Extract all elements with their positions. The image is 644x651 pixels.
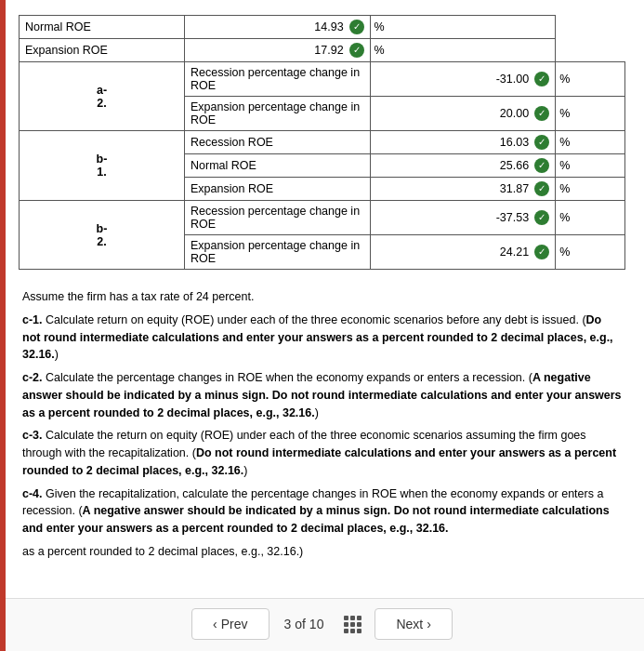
- row-percent-sign: %: [370, 16, 556, 39]
- grid-dot: [357, 616, 361, 620]
- main-content: Normal ROE14.93 ✓%Expansion ROE17.92 ✓%a…: [0, 0, 644, 598]
- of-label: of: [295, 617, 309, 631]
- grid-dot: [350, 622, 355, 627]
- row-group-label: a-2.: [20, 62, 185, 131]
- row-description: Recession percentage change in ROE: [185, 201, 371, 235]
- check-icon: ✓: [534, 106, 549, 121]
- grid-dot: [350, 629, 355, 633]
- grid-dot: [344, 622, 348, 627]
- check-icon: ✓: [534, 72, 549, 86]
- grid-dot: [357, 622, 361, 627]
- row-percent-sign: %: [556, 131, 625, 154]
- instruction-bold: A negative answer should be indicated by…: [22, 504, 610, 535]
- grid-dot: [344, 629, 348, 633]
- check-icon: ✓: [534, 181, 549, 196]
- intro-text: Assume the firm has a tax rate of 24 per…: [22, 288, 622, 306]
- row-value[interactable]: -37.53 ✓: [370, 201, 556, 235]
- row-value[interactable]: 17.92 ✓: [185, 39, 371, 62]
- table-row: b-1.Recession ROE16.03 ✓%: [20, 131, 625, 154]
- row-percent-sign: %: [556, 154, 625, 178]
- row-value[interactable]: 24.21 ✓: [370, 235, 556, 270]
- row-group-label: b-2.: [20, 201, 185, 270]
- grid-dot: [357, 629, 361, 633]
- instruction-item-2: c-2. Calculate the percentage changes in…: [22, 369, 622, 421]
- current-page: 3: [284, 617, 292, 631]
- instruction-bold: A negative answer should be indicated by…: [22, 371, 622, 419]
- table-row: a-2.Recession percentage change in ROE-3…: [20, 62, 625, 97]
- check-icon: ✓: [534, 210, 549, 225]
- instruction-bold: Do not round intermediate calculations a…: [22, 446, 616, 477]
- grid-icon[interactable]: [344, 616, 361, 633]
- check-icon: ✓: [349, 20, 364, 34]
- check-icon: ✓: [534, 158, 549, 173]
- table-row: Expansion ROE17.92 ✓%: [20, 39, 625, 62]
- row-description: Normal ROE: [185, 154, 371, 178]
- instruction-id: c-4.: [22, 487, 43, 500]
- row-description: Expansion ROE: [20, 39, 185, 62]
- row-description: Expansion ROE: [185, 178, 371, 201]
- row-description: Expansion percentage change in ROE: [185, 235, 371, 270]
- red-side-bar: [0, 0, 6, 651]
- table-row: b-2.Recession percentage change in ROE-3…: [20, 201, 625, 235]
- row-value[interactable]: 20.00 ✓: [370, 97, 556, 131]
- instruction-bold: Do not round intermediate calculations a…: [22, 313, 613, 362]
- row-percent-sign: %: [556, 201, 625, 235]
- row-description: Expansion percentage change in ROE: [185, 97, 371, 131]
- instruction-item-3: c-3. Calculate the return on equity (ROE…: [22, 427, 622, 479]
- prev-button[interactable]: ‹ Prev: [191, 608, 269, 640]
- instructions-section: Assume the firm has a tax rate of 24 per…: [19, 288, 625, 561]
- row-percent-sign: %: [556, 62, 625, 97]
- instruction-truncated: as a percent rounded to 2 decimal places…: [22, 543, 622, 561]
- row-percent-sign: %: [556, 178, 625, 201]
- table-row: Normal ROE14.93 ✓%: [20, 16, 625, 39]
- row-description: Normal ROE: [20, 16, 185, 39]
- roe-table: Normal ROE14.93 ✓%Expansion ROE17.92 ✓%a…: [19, 15, 625, 270]
- row-percent-sign: %: [556, 97, 625, 131]
- row-description: Recession percentage change in ROE: [185, 62, 371, 97]
- instruction-item-1: c-1. Calculate return on equity (ROE) un…: [22, 312, 622, 364]
- instruction-id: c-2.: [22, 371, 43, 384]
- instruction-item-4: c-4. Given the recapitalization, calcula…: [22, 485, 622, 538]
- next-label: Next: [396, 617, 423, 631]
- bottom-navigation: ‹ Prev 3 of 10 Next ›: [0, 598, 644, 651]
- instruction-id: c-1.: [22, 313, 43, 326]
- row-value[interactable]: 16.03 ✓: [370, 131, 556, 154]
- row-percent-sign: %: [556, 235, 625, 270]
- row-value[interactable]: 14.93 ✓: [185, 16, 371, 39]
- prev-label: Prev: [221, 617, 248, 631]
- page-info: 3 of 10: [277, 617, 332, 631]
- grid-dot: [350, 616, 355, 620]
- row-percent-sign: %: [370, 39, 556, 62]
- row-value[interactable]: -31.00 ✓: [370, 62, 556, 97]
- grid-dot: [344, 616, 348, 620]
- row-value[interactable]: 25.66 ✓: [370, 154, 556, 178]
- instruction-id: c-3.: [22, 429, 43, 442]
- total-pages: 10: [309, 617, 324, 631]
- row-group-label: b-1.: [20, 131, 185, 201]
- chevron-left-icon: ‹: [213, 617, 217, 631]
- row-description: Recession ROE: [185, 131, 371, 154]
- check-icon: ✓: [534, 245, 549, 259]
- next-button[interactable]: Next ›: [375, 608, 452, 640]
- chevron-right-icon: ›: [427, 617, 431, 631]
- row-value[interactable]: 31.87 ✓: [370, 178, 556, 201]
- check-icon: ✓: [349, 43, 364, 58]
- check-icon: ✓: [534, 135, 549, 150]
